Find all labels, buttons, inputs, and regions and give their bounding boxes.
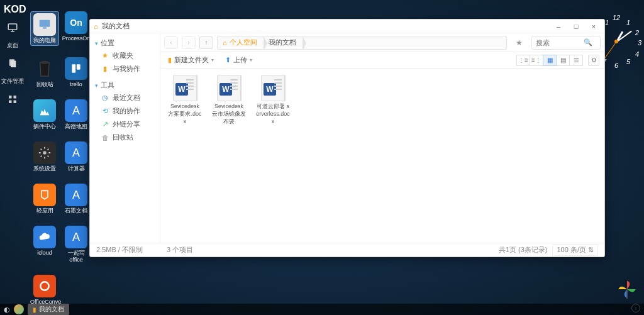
- minimize-button[interactable]: –: [552, 19, 565, 33]
- view-toggles: ⋮≡ ≡⋮ ▦ ▤ ☰ ⚙: [517, 55, 599, 66]
- svg-rect-0: [8, 24, 17, 30]
- statusbar: 2.5MB / 不限制 3 个项目 共1页 (3条记录) 100 条/页 ⇅: [90, 243, 604, 257]
- desktop-icon-my-computer[interactable]: 我的电脑: [30, 11, 59, 46]
- desktop-icon-calculator[interactable]: A 计算器: [62, 141, 91, 172]
- share-icon: ⟲: [101, 108, 109, 115]
- dock-desktop-label: 桌面: [7, 41, 18, 50]
- desktop-icons: 我的电脑 On ProcessOn 回收站 trello 插件中心 A 高德地图…: [30, 11, 91, 312]
- desktop-icon-recycle[interactable]: 回收站: [30, 57, 59, 88]
- sidebar-item-recent[interactable]: ◷ 最近文档: [90, 91, 160, 104]
- file-area[interactable]: W Sevicedesk 方案要求.docx W Sevicedesk 云市场镜…: [160, 69, 604, 243]
- search-icon: 🔍: [584, 38, 592, 47]
- desktop-icon-yike-office[interactable]: A 一起写 office: [62, 226, 91, 263]
- dock-files[interactable]: [5, 56, 20, 71]
- search-box[interactable]: 🔍: [531, 36, 601, 50]
- desktop-icon-shimo-docs[interactable]: A 石墨文档: [62, 184, 91, 214]
- start-icon[interactable]: ◐: [4, 306, 10, 314]
- new-folder-button[interactable]: ▮ 新建文件夹 ▾: [165, 54, 216, 66]
- upload-button[interactable]: ⬆ 上传 ▾: [223, 54, 255, 66]
- word-doc-icon: W: [217, 75, 241, 101]
- status-per-page[interactable]: 100 条/页 ⇅: [552, 244, 598, 256]
- svg-point-13: [40, 282, 48, 290]
- view-settings[interactable]: ⚙: [588, 55, 599, 66]
- dock-desktop[interactable]: [5, 20, 20, 35]
- caret-down-icon: ▾: [211, 57, 214, 63]
- caret-down-icon: ▾: [250, 57, 252, 63]
- desktop-icon-system-settings[interactable]: 系统设置: [30, 141, 59, 172]
- star-icon: ★: [101, 52, 109, 60]
- search-input[interactable]: [536, 39, 581, 47]
- svg-rect-10: [72, 64, 75, 72]
- maximize-button[interactable]: □: [569, 19, 583, 33]
- svg-rect-11: [77, 64, 80, 69]
- svg-rect-4: [14, 96, 17, 99]
- file-item[interactable]: W Sevicedesk 方案要求.docx: [168, 75, 202, 236]
- caret-icon: ⇅: [588, 246, 594, 253]
- user-avatar[interactable]: [14, 304, 24, 314]
- svg-point-12: [43, 151, 47, 155]
- word-doc-icon: W: [173, 75, 197, 101]
- view-list-left[interactable]: ⋮≡: [516, 55, 530, 66]
- word-doc-icon: W: [261, 75, 285, 101]
- folder-plus-icon: ▮: [168, 56, 172, 64]
- sidebar-item-shared-with-me[interactable]: ▮ 与我协作: [90, 62, 160, 75]
- home-icon: ⌂: [223, 39, 227, 47]
- view-details[interactable]: ☰: [569, 55, 583, 66]
- close-button[interactable]: ×: [587, 19, 601, 33]
- toolbar: ▮ 新建文件夹 ▾ ⬆ 上传 ▾ ⋮≡ ≡⋮ ▦ ▤ ☰ ⚙: [160, 52, 604, 69]
- crumb-my-docs[interactable]: 我的文档: [264, 36, 303, 49]
- sidebar-item-favorites[interactable]: ★ 收藏夹: [90, 49, 160, 62]
- nav-forward-button[interactable]: ›: [182, 36, 196, 49]
- trash-icon: 🗑: [101, 134, 109, 141]
- desktop-icon-gaode-map[interactable]: A 高德地图: [62, 99, 91, 130]
- home-icon: ⌂: [94, 23, 98, 30]
- upload-icon: ⬆: [225, 56, 231, 64]
- svg-rect-14: [626, 289, 628, 299]
- taskbar: ◐ ▮ 我的文档: [0, 304, 644, 315]
- file-manager-window: ⌂ 我的文档 – □ × ▾ 位置 ★ 收藏夹 ▮ 与我协作: [89, 19, 605, 257]
- titlebar[interactable]: ⌂ 我的文档 – □ ×: [90, 19, 604, 33]
- sidebar-item-my-shares[interactable]: ⟲ 我的协作: [90, 104, 160, 118]
- desktop-icon-light-app[interactable]: 轻应用: [30, 184, 59, 214]
- svg-rect-6: [14, 101, 17, 104]
- svg-rect-5: [9, 101, 12, 104]
- link-icon: ↗: [101, 121, 109, 128]
- svg-rect-8: [43, 28, 47, 29]
- view-grid-large[interactable]: ▦: [543, 55, 557, 66]
- file-item[interactable]: W Sevicedesk 云市场镜像发布要: [212, 75, 246, 236]
- sidebar-item-recycle[interactable]: 🗑 回收站: [90, 131, 160, 144]
- main-panel: ‹ › ↑ ⌂ 个人空间 我的文档 ★ 🔍: [160, 33, 604, 243]
- view-list-right[interactable]: ≡⋮: [530, 55, 543, 66]
- sidebar-group-tools[interactable]: ▾ 工具: [90, 79, 160, 91]
- desktop-icon-trello[interactable]: trello: [62, 57, 91, 88]
- brand-logo: KOD: [4, 4, 26, 15]
- folder-icon: ▮: [33, 306, 36, 313]
- crumb-personal-space[interactable]: ⌂ 个人空间: [218, 36, 264, 49]
- status-summary: 共1页 (3条记录): [499, 245, 548, 255]
- taskbar-item-documents[interactable]: ▮ 我的文档: [28, 304, 69, 315]
- folder-icon: ▮: [101, 65, 109, 73]
- dock-apps[interactable]: [5, 92, 20, 107]
- view-grid-small[interactable]: ▤: [556, 55, 570, 66]
- breadcrumb: ⌂ 个人空间 我的文档: [217, 36, 507, 50]
- chevron-down-icon: ▾: [95, 40, 98, 47]
- chevron-down-icon: ▾: [95, 82, 98, 89]
- pinwheel-icon[interactable]: [616, 279, 638, 300]
- svg-rect-3: [9, 96, 12, 99]
- dock: 桌面 文件管理: [0, 18, 25, 107]
- sidebar-group-location[interactable]: ▾ 位置: [90, 37, 160, 49]
- desktop-icon-icloud[interactable]: icloud: [30, 226, 59, 263]
- status-count: 3 个项目: [167, 245, 193, 255]
- dock-files-label: 文件管理: [1, 77, 24, 86]
- sidebar-item-external-links[interactable]: ↗ 外链分享: [90, 118, 160, 131]
- desktop-icon-plugin-center[interactable]: 插件中心: [30, 99, 59, 130]
- desktop-icon-processon[interactable]: On ProcessOn: [62, 11, 91, 46]
- file-item[interactable]: W 可道云部署 serverless.docx: [256, 75, 290, 236]
- nav-back-button[interactable]: ‹: [164, 36, 178, 49]
- favorite-toggle[interactable]: ★: [511, 38, 528, 47]
- nav-up-button[interactable]: ↑: [199, 36, 213, 49]
- svg-rect-2: [11, 61, 16, 68]
- clock-icon: ◷: [101, 94, 109, 102]
- sidebar: ▾ 位置 ★ 收藏夹 ▮ 与我协作 ▾ 工具 ◷: [90, 33, 160, 243]
- navbar: ‹ › ↑ ⌂ 个人空间 我的文档 ★ 🔍: [160, 33, 604, 52]
